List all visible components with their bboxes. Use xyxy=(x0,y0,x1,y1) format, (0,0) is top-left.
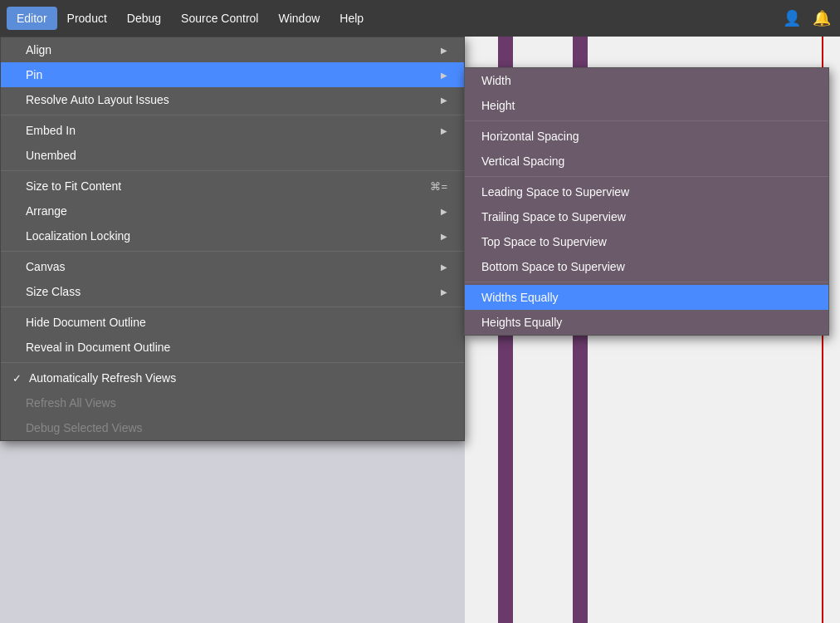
menu-item-align[interactable]: Align ▶ xyxy=(1,37,464,62)
menu-item-refresh-all: Refresh All Views xyxy=(1,390,464,415)
top-space-label: Top Space to Superview xyxy=(481,235,607,248)
submenu-item-bottom-space[interactable]: Bottom Space to Superview xyxy=(465,254,828,279)
pin-label: Pin xyxy=(26,68,42,81)
auto-refresh-checkmark: ✓ xyxy=(12,372,26,385)
menu-item-canvas[interactable]: Canvas ▶ xyxy=(1,254,464,279)
submenu-divider-3 xyxy=(465,282,828,282)
widths-equally-label: Widths Equally xyxy=(481,291,559,304)
menubar-item-help[interactable]: Help xyxy=(330,7,374,30)
submenu-item-widths-equally[interactable]: Widths Equally xyxy=(465,285,828,310)
menubar-item-editor[interactable]: Editor xyxy=(7,7,57,30)
size-class-arrow: ▶ xyxy=(441,287,447,297)
divider-1 xyxy=(1,115,464,115)
notification-icon[interactable]: 🔔 xyxy=(810,7,833,30)
hide-outline-label: Hide Document Outline xyxy=(26,316,146,329)
submenu-divider-2 xyxy=(465,176,828,177)
menu-item-localization-locking[interactable]: Localization Locking ▶ xyxy=(1,223,464,248)
height-label: Height xyxy=(481,99,515,112)
align-arrow: ▶ xyxy=(441,46,447,55)
trailing-space-label: Trailing Space to Superview xyxy=(481,210,626,223)
menu-item-embed-in[interactable]: Embed In ▶ xyxy=(1,118,464,143)
menu-item-arrange[interactable]: Arrange ▶ xyxy=(1,199,464,223)
divider-3 xyxy=(1,251,464,252)
debug-selected-label: Debug Selected Views xyxy=(26,421,143,434)
arrange-label: Arrange xyxy=(26,204,67,218)
submenu-item-horizontal-spacing[interactable]: Horizontal Spacing xyxy=(465,124,828,149)
leading-space-label: Leading Space to Superview xyxy=(481,185,629,199)
menu-item-hide-document-outline[interactable]: Hide Document Outline xyxy=(1,310,464,335)
menubar-item-product[interactable]: Product xyxy=(57,7,117,30)
submenu-item-height[interactable]: Height xyxy=(465,93,828,118)
menubar: Editor Product Debug Source Control Wind… xyxy=(0,0,840,37)
divider-4 xyxy=(1,307,464,307)
size-to-fit-label: Size to Fit Content xyxy=(26,179,121,193)
align-label: Align xyxy=(26,43,51,56)
embed-label: Embed In xyxy=(26,124,76,137)
menubar-item-debug[interactable]: Debug xyxy=(117,7,171,30)
vertical-spacing-label: Vertical Spacing xyxy=(481,155,564,168)
width-label: Width xyxy=(481,74,511,87)
menu-item-resolve-auto-layout[interactable]: Resolve Auto Layout Issues ▶ xyxy=(1,87,464,112)
auto-refresh-label: Automatically Refresh Views xyxy=(29,371,176,385)
size-to-fit-shortcut: ⌘= xyxy=(430,180,447,193)
size-class-label: Size Class xyxy=(26,285,81,298)
menu-item-size-class[interactable]: Size Class ▶ xyxy=(1,279,464,304)
menu-item-debug-selected: Debug Selected Views xyxy=(1,415,464,440)
submenu-divider-1 xyxy=(465,120,828,121)
dropdown-container: Align ▶ Pin ▶ Resolve Auto Layout Issues… xyxy=(0,37,465,441)
localization-arrow: ▶ xyxy=(441,232,447,241)
submenu-item-trailing-space[interactable]: Trailing Space to Superview xyxy=(465,204,828,229)
localization-label: Localization Locking xyxy=(26,229,130,243)
canvas-label: Canvas xyxy=(26,260,65,273)
refresh-all-label: Refresh All Views xyxy=(26,396,116,410)
menu-item-reveal-document-outline[interactable]: Reveal in Document Outline xyxy=(1,335,464,360)
menubar-item-source-control[interactable]: Source Control xyxy=(171,7,268,30)
divider-5 xyxy=(1,362,464,363)
main-content: Align ▶ Pin ▶ Resolve Auto Layout Issues… xyxy=(0,37,840,623)
unembed-label: Unembed xyxy=(26,149,76,162)
menubar-item-window[interactable]: Window xyxy=(268,7,330,30)
bottom-space-label: Bottom Space to Superview xyxy=(481,260,625,273)
menubar-icons: 👤 🔔 xyxy=(780,7,833,30)
submenu-item-width[interactable]: Width xyxy=(465,68,828,93)
submenu-item-top-space[interactable]: Top Space to Superview xyxy=(465,229,828,254)
canvas-arrow: ▶ xyxy=(441,262,447,272)
submenu-item-leading-space[interactable]: Leading Space to Superview xyxy=(465,179,828,204)
pin-arrow: ▶ xyxy=(441,71,447,80)
arrange-arrow: ▶ xyxy=(441,207,447,216)
resolve-arrow: ▶ xyxy=(441,96,447,105)
submenu-item-vertical-spacing[interactable]: Vertical Spacing xyxy=(465,149,828,174)
menu-item-size-to-fit[interactable]: Size to Fit Content ⌘= xyxy=(1,174,464,199)
menu-item-auto-refresh[interactable]: ✓ Automatically Refresh Views xyxy=(1,365,464,390)
horizontal-spacing-label: Horizontal Spacing xyxy=(481,130,579,143)
menu-item-pin[interactable]: Pin ▶ xyxy=(1,62,464,87)
resolve-label: Resolve Auto Layout Issues xyxy=(26,93,169,106)
heights-equally-label: Heights Equally xyxy=(481,316,562,329)
editor-menu: Align ▶ Pin ▶ Resolve Auto Layout Issues… xyxy=(0,37,465,441)
reveal-outline-label: Reveal in Document Outline xyxy=(26,341,170,354)
divider-2 xyxy=(1,170,464,171)
submenu-item-heights-equally[interactable]: Heights Equally xyxy=(465,310,828,335)
user-icon[interactable]: 👤 xyxy=(780,7,803,30)
pin-submenu: Width Height Horizontal Spacing Vertical… xyxy=(464,67,829,336)
menu-item-unembed[interactable]: Unembed xyxy=(1,143,464,168)
embed-arrow: ▶ xyxy=(441,126,447,135)
